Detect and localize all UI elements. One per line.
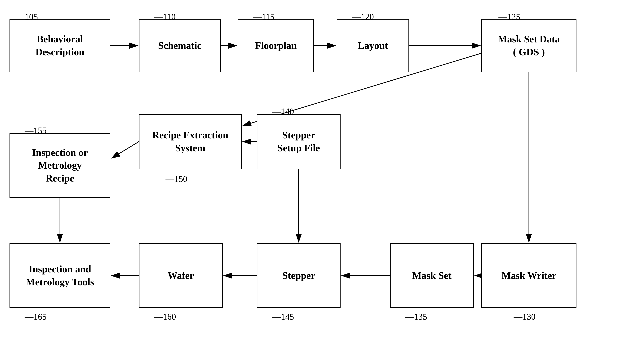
ref-110: —110 [154,12,176,22]
ref-115: —115 [253,12,274,22]
schematic-label: Schematic [158,39,201,52]
maskwriter-box: Mask Writer [481,243,576,308]
inspection-tools-label: Inspection andMetrology Tools [26,263,94,288]
ref-130: —130 [514,312,536,322]
layout-label: Layout [358,39,388,52]
ref-155: —155 [25,126,47,136]
ref-135: —135 [405,312,427,322]
stepper-setup-box: StepperSetup File [257,114,341,169]
inspection-recipe-box: Inspection orMetrologyRecipe [10,133,110,198]
floorplan-label: Floorplan [255,39,297,52]
floorplan-box: Floorplan [238,19,314,72]
recipe-extraction-box: Recipe ExtractionSystem [139,114,242,169]
masksetdata-label: Mask Set Data( GDS ) [498,33,560,58]
wafer-label: Wafer [168,269,194,282]
masksetdata-box: Mask Set Data( GDS ) [481,19,576,72]
ref-160: —160 [154,312,176,322]
maskset-label: Mask Set [412,269,452,282]
ref-120: —120 [352,12,374,22]
ref-105: 105 [25,12,38,22]
stepper-setup-label: StepperSetup File [277,129,320,154]
svg-line-9 [112,142,139,158]
behavioral-description-label: Behavioral Description [12,33,108,58]
ref-150: —150 [166,174,187,184]
recipe-extraction-label: Recipe ExtractionSystem [152,129,228,154]
ref-165: —165 [25,312,47,322]
wafer-box: Wafer [139,243,223,308]
stepper-label: Stepper [282,269,315,282]
ref-125: —125 [498,12,520,22]
maskset-box: Mask Set [390,243,474,308]
inspection-recipe-label: Inspection orMetrologyRecipe [32,146,88,185]
ref-145: —145 [272,312,294,322]
schematic-box: Schematic [139,19,221,72]
inspection-tools-box: Inspection andMetrology Tools [10,243,110,308]
stepper-box: Stepper [257,243,341,308]
behavioral-description-box: Behavioral Description [10,19,110,72]
ref-140: —140 [272,106,294,116]
layout-box: Layout [337,19,409,72]
maskwriter-label: Mask Writer [501,269,556,282]
